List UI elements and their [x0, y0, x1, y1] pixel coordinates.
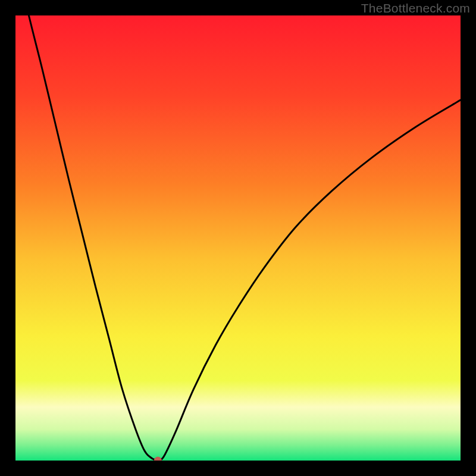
- background-gradient: [15, 15, 461, 461]
- watermark-text: TheBottleneck.com: [361, 1, 470, 15]
- chart-frame: TheBottleneck.com: [0, 0, 476, 476]
- plot-area: [15, 15, 461, 461]
- chart-svg: [15, 15, 461, 461]
